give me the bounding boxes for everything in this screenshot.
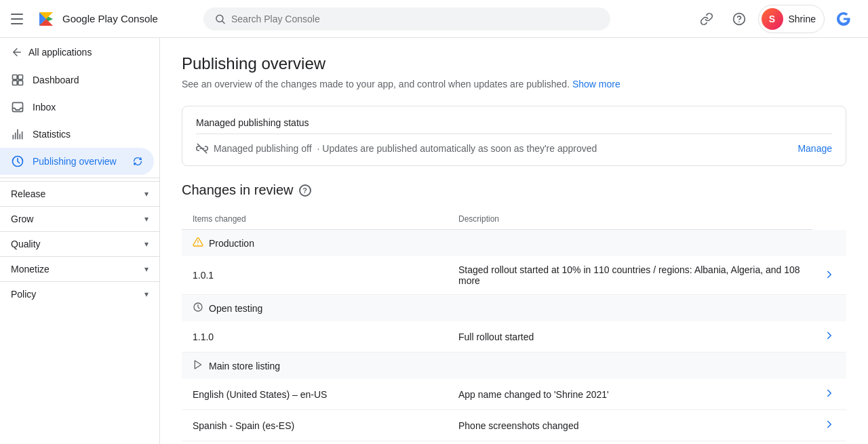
item-description: App name changed to 'Shrine 2021' [448, 379, 812, 410]
svg-point-4 [738, 21, 740, 22]
category-icon [193, 302, 203, 315]
sidebar-item-inbox[interactable]: Inbox [0, 94, 154, 121]
item-description: Full rollout started [448, 321, 812, 352]
chevron-down-icon: ▾ [144, 189, 149, 199]
col-items-changed: Items changed [182, 209, 448, 230]
sidebar-item-statistics[interactable]: Statistics [0, 121, 154, 148]
sidebar-section-policy[interactable]: Policy ▾ [0, 281, 159, 306]
item-name: 1.1.0 [182, 321, 448, 352]
main-content: Publishing overview See an overview of t… [160, 38, 868, 444]
managed-publishing-title: Managed publishing status [196, 117, 832, 128]
category-row: Main store listing [182, 352, 846, 380]
chevron-down-icon: ▾ [144, 214, 149, 224]
svg-line-12 [197, 144, 207, 153]
manage-link[interactable]: Manage [797, 143, 832, 154]
app-logo-text: Google Play Console [62, 13, 158, 24]
sidebar-section-label: Policy [11, 289, 36, 300]
sidebar-section-grow[interactable]: Grow ▾ [0, 206, 159, 231]
sidebar-section-label: Release [11, 188, 45, 199]
table-row[interactable]: 1.1.0 Full rollout started [182, 321, 846, 352]
status-info: Managed publishing off · Updates are pub… [196, 142, 597, 155]
svg-line-2 [222, 21, 224, 23]
category-cell: Main store listing [182, 352, 846, 379]
row-arrow[interactable] [812, 321, 846, 352]
row-arrow[interactable] [812, 379, 846, 410]
sidebar-section-label: Grow [11, 214, 33, 224]
svg-point-14 [197, 244, 198, 245]
sidebar-section-label: Monetize [11, 264, 50, 275]
search-input[interactable] [231, 14, 599, 24]
category-cell: Open testing [182, 295, 846, 321]
category-name: Production [209, 238, 254, 249]
managed-status-description: · Updates are published automatically as… [317, 143, 597, 154]
sidebar-section-quality[interactable]: Quality ▾ [0, 231, 159, 256]
svg-rect-7 [13, 81, 18, 85]
svg-marker-16 [195, 361, 201, 369]
sidebar-item-label: Inbox [33, 102, 56, 113]
search-icon [214, 13, 226, 25]
category-row: Production [182, 230, 846, 257]
table-row[interactable]: English (United States) – en-US App name… [182, 379, 846, 410]
sidebar-item-label: Publishing overview [33, 156, 117, 167]
section-title: Changes in review ? [182, 182, 846, 198]
page-title: Publishing overview [182, 54, 846, 73]
topbar-actions: S Shrine [693, 5, 857, 33]
sidebar-section-release[interactable]: Release ▾ [0, 181, 159, 206]
managed-publishing-card: Managed publishing status Managed publis… [182, 106, 846, 166]
svg-rect-8 [18, 81, 23, 85]
search-container [203, 7, 610, 31]
statistics-icon [11, 127, 24, 141]
category-name: Open testing [209, 303, 262, 314]
sidebar-item-publishing-overview[interactable]: Publishing overview [0, 148, 154, 175]
menu-icon[interactable] [11, 11, 27, 27]
show-more-link[interactable]: Show more [572, 79, 620, 89]
play-console-logo-icon [35, 8, 57, 30]
sidebar: All applications Dashboard Inbox Statist… [0, 38, 160, 444]
topbar: Google Play Console S [0, 0, 868, 38]
help-circle-icon[interactable]: ? [299, 184, 311, 197]
col-description: Description [448, 209, 812, 230]
link-icon-button[interactable] [693, 5, 720, 33]
managed-publishing-status-row: Managed publishing off · Updates are pub… [196, 142, 832, 155]
page-subtitle: See an overview of the changes made to y… [182, 79, 846, 89]
table-row[interactable]: 1.0.1 Staged rollout started at 10% in 1… [182, 256, 846, 295]
chevron-down-icon: ▾ [144, 289, 149, 299]
chevron-down-icon: ▾ [144, 264, 149, 274]
help-icon [732, 12, 746, 26]
back-label: All applications [28, 47, 92, 58]
user-chip[interactable]: S Shrine [758, 5, 825, 33]
category-icon [193, 237, 203, 249]
app-logo[interactable]: Google Play Console [35, 8, 158, 30]
chevron-down-icon: ▾ [144, 239, 149, 249]
sidebar-item-label: Dashboard [33, 75, 79, 85]
sidebar-section-monetize[interactable]: Monetize ▾ [0, 256, 159, 281]
help-icon-button[interactable] [726, 5, 753, 33]
publishing-sync-icon [132, 156, 143, 167]
row-arrow[interactable] [812, 256, 846, 295]
category-cell: Production [182, 230, 846, 256]
user-name: Shrine [789, 14, 816, 24]
item-name: Spanish - Spain (es-ES) [182, 410, 448, 441]
table-row[interactable]: Spanish - Spain (es-ES) Phone screenshot… [182, 410, 846, 441]
back-button[interactable]: All applications [0, 38, 159, 66]
sidebar-item-label: Statistics [33, 129, 71, 140]
dashboard-icon [11, 73, 24, 87]
item-name: 1.0.1 [182, 256, 448, 295]
link-icon [700, 12, 713, 26]
inbox-icon [11, 100, 24, 114]
publishing-overview-icon [11, 155, 24, 168]
avatar: S [762, 8, 783, 30]
google-account-button[interactable] [830, 5, 857, 33]
sidebar-section-label: Quality [11, 239, 41, 249]
svg-rect-5 [13, 75, 18, 80]
changes-table: Items changed Description Production 1.0… [182, 209, 846, 441]
item-description: Staged rollout started at 10% in 110 cou… [448, 256, 812, 295]
item-description: Phone screenshots changed [448, 410, 812, 441]
category-name: Main store listing [209, 361, 280, 371]
sidebar-item-dashboard[interactable]: Dashboard [0, 66, 154, 94]
row-arrow[interactable] [812, 410, 846, 441]
svg-rect-6 [18, 75, 23, 80]
back-icon [11, 46, 23, 58]
category-row: Open testing [182, 295, 846, 322]
category-icon [193, 359, 203, 372]
